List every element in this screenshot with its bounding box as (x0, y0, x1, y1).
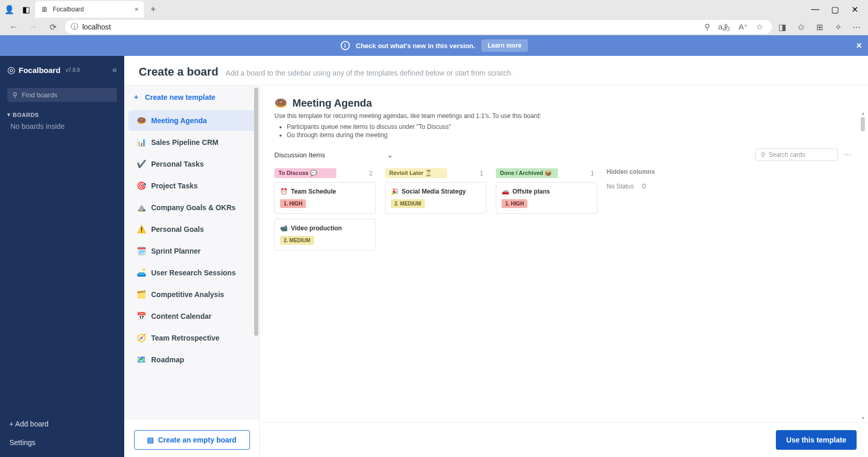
more-menu-icon[interactable]: ⋯ (842, 151, 854, 159)
close-tab-icon[interactable]: × (135, 5, 139, 13)
column-label[interactable]: To Discuss 💬 (274, 168, 336, 178)
profile-icon[interactable]: 👤 (2, 2, 17, 17)
new-tab-button[interactable]: + (146, 2, 160, 17)
template-item[interactable]: ⚠️Personal Goals (128, 219, 255, 240)
close-window-icon[interactable]: ✕ (849, 4, 860, 14)
scroll-thumb[interactable] (861, 117, 865, 131)
column-count: 2 (369, 169, 373, 177)
template-label: Personal Goals (151, 225, 204, 233)
text-size-icon[interactable]: A⁺ (739, 22, 748, 32)
split-screen-icon[interactable]: ◨ (776, 22, 788, 32)
plus-icon: ＋ (133, 93, 140, 102)
template-item[interactable]: ✔️Personal Tasks (128, 154, 255, 174)
hidden-columns-label: Hidden columns (607, 168, 679, 175)
template-icon: 📅 (137, 312, 146, 321)
kanban-card[interactable]: ⏰Team Schedule1. HIGH (274, 182, 376, 214)
template-label: User Research Sessions (151, 269, 236, 277)
template-label: Personal Tasks (151, 160, 204, 168)
no-status-count: 0 (642, 183, 646, 190)
template-label: Team Retrospective (151, 334, 219, 342)
banner-text: Check out what's new in this version. (356, 42, 476, 50)
kanban-column: Done / Archived 📦 1 🚗Offsite plans1. HIG… (496, 168, 597, 219)
kanban-card[interactable]: 🚗Offsite plans1. HIGH (496, 182, 597, 214)
translate-icon[interactable]: aあ (718, 22, 730, 32)
card-title: Social Media Strategy (402, 188, 466, 195)
template-label: Company Goals & OKRs (151, 203, 236, 212)
boards-section-heading[interactable]: ▾ BOARDS (0, 106, 124, 120)
collapse-icon[interactable]: « (112, 65, 117, 75)
column-label[interactable]: Done / Archived 📦 (496, 168, 558, 178)
info-icon: i (341, 41, 350, 50)
scroll-down-icon[interactable]: ▾ (860, 415, 866, 421)
minimize-icon[interactable]: — (810, 4, 820, 14)
window-controls: — ▢ ✕ (810, 4, 866, 14)
more-icon[interactable]: ⋯ (850, 22, 863, 32)
scroll-up-icon[interactable]: ▴ (860, 110, 866, 116)
favorites-list-icon[interactable]: ✩ (795, 22, 807, 32)
learn-more-button[interactable]: Learn more (481, 39, 527, 52)
settings-link[interactable]: Settings (0, 433, 124, 452)
template-item[interactable]: 📅Content Calendar (128, 306, 255, 327)
kanban-card[interactable]: 📹Video production2. MEDIUM (274, 219, 376, 250)
column-label[interactable]: Revisit Later ⏳ (385, 168, 447, 178)
template-icon: 🗓️ (137, 246, 146, 256)
template-item[interactable]: 🗺️Roadmap (128, 349, 255, 370)
template-scrollbar[interactable] (254, 87, 258, 336)
refresh-icon[interactable]: ⟳ (45, 19, 61, 35)
search-icon: ⚲ (12, 91, 18, 99)
column-count: 1 (591, 169, 594, 177)
template-label: Content Calendar (151, 312, 212, 320)
url-bar[interactable]: ⓘ localhost ⚲ aあ A⁺ ☆ (64, 19, 773, 35)
template-item[interactable]: 🍩Meeting Agenda (128, 110, 255, 131)
no-boards-text: No boards inside (0, 120, 124, 132)
template-icon: ⚠️ (137, 225, 146, 234)
template-icon: ✔️ (137, 159, 146, 169)
template-item[interactable]: 📊Sales Pipeline CRM (128, 132, 255, 153)
tab-row: 👤 ◧ 🗎 Focalboard × + — ▢ ✕ (0, 0, 868, 19)
template-item[interactable]: 🧭Team Retrospective (128, 328, 255, 348)
template-item[interactable]: ⛰️Company Goals & OKRs (128, 197, 255, 218)
card-icon: ⏰ (280, 188, 288, 195)
template-icon: ⛰️ (137, 203, 146, 212)
template-icon: 🛋️ (137, 268, 146, 277)
sidebar-footer: + Add board Settings (0, 409, 124, 457)
template-item[interactable]: 🛋️User Research Sessions (128, 262, 255, 283)
search-engine-icon[interactable]: ⚲ (704, 22, 710, 32)
template-footer: ▤ Create an empty board (124, 420, 259, 457)
card-icon: 📹 (280, 225, 288, 232)
back-icon[interactable]: ← (5, 19, 22, 35)
brand-name: Focalboard (19, 66, 61, 75)
extensions-icon[interactable]: ✧ (832, 22, 844, 32)
maximize-icon[interactable]: ▢ (830, 4, 840, 14)
kanban-card[interactable]: 🎉Social Media Strategy2. MEDIUM (385, 182, 487, 214)
description-bullet: Participants queue new items to discuss … (287, 123, 854, 131)
preview-description: Use this template for recurring meeting … (274, 112, 854, 139)
hidden-columns-section: Hidden columns No Status 0 (607, 168, 679, 190)
template-icon: 🎯 (137, 181, 146, 190)
template-icon: 🍩 (137, 116, 146, 125)
find-boards-input[interactable]: ⚲ Find boards (7, 88, 117, 102)
tab-overview-icon[interactable]: ◧ (19, 2, 33, 17)
template-icon: 🗺️ (137, 355, 146, 364)
template-item[interactable]: 🎯Project Tasks (128, 175, 255, 196)
search-cards-input[interactable]: ⚲ Search cards (755, 149, 838, 161)
create-new-template-button[interactable]: ＋ Create new template (124, 85, 259, 109)
collections-icon[interactable]: ⊞ (813, 22, 826, 32)
content-body: ＋ Create new template 🍩Meeting Agenda📊Sa… (124, 85, 868, 457)
chevron-down-icon: ⌄ (387, 151, 393, 159)
browser-tab[interactable]: 🗎 Focalboard × (35, 1, 144, 18)
version-label: v7.8.9 (66, 67, 80, 73)
favorite-icon[interactable]: ☆ (756, 22, 763, 32)
use-template-button[interactable]: Use this template (776, 430, 857, 450)
preview-scrollbar[interactable]: ▴ ▾ (860, 110, 866, 421)
banner-close-icon[interactable]: × (856, 40, 862, 51)
template-item[interactable]: 🗓️Sprint Planner (128, 241, 255, 261)
template-item[interactable]: 🗂️Competitive Analysis (128, 284, 255, 305)
template-label: Competitive Analysis (151, 290, 224, 299)
no-status-label[interactable]: No Status (607, 183, 634, 190)
logo-icon: ◎ (7, 64, 16, 76)
view-selector[interactable]: Discussion Items ⌄ (274, 151, 393, 159)
create-empty-board-button[interactable]: ▤ Create an empty board (134, 430, 250, 450)
add-board-button[interactable]: + Add board (0, 415, 124, 433)
site-info-icon[interactable]: ⓘ (71, 22, 78, 32)
